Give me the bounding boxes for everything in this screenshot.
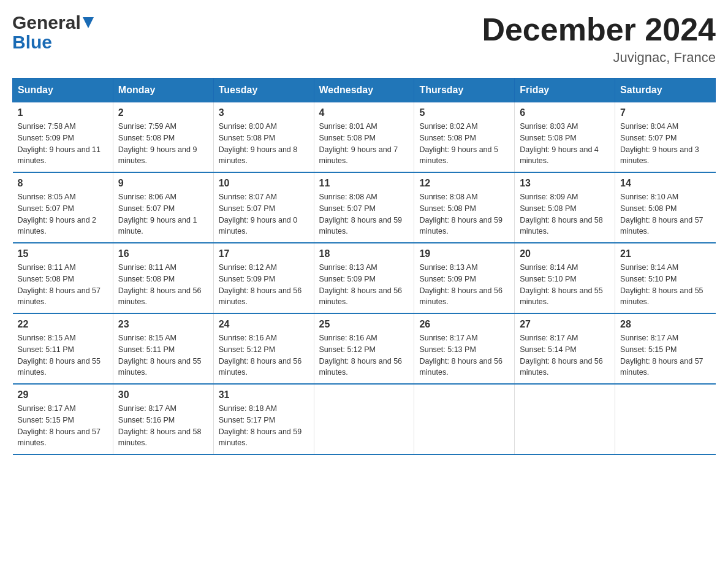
location-text: Juvignac, France	[482, 50, 716, 66]
day-number: 1	[18, 107, 108, 118]
calendar-week-row: 22Sunrise: 8:15 AMSunset: 5:11 PMDayligh…	[13, 313, 716, 384]
day-info: Sunrise: 8:12 AMSunset: 5:09 PMDaylight:…	[219, 262, 309, 308]
calendar-cell: 26Sunrise: 8:17 AMSunset: 5:13 PMDayligh…	[414, 313, 515, 384]
day-info: Sunrise: 8:10 AMSunset: 5:08 PMDaylight:…	[620, 191, 710, 237]
calendar-cell: 5Sunrise: 8:02 AMSunset: 5:08 PMDaylight…	[414, 102, 515, 173]
calendar-cell: 2Sunrise: 7:59 AMSunset: 5:08 PMDaylight…	[113, 102, 213, 173]
calendar-cell: 24Sunrise: 8:16 AMSunset: 5:12 PMDayligh…	[213, 313, 314, 384]
day-info: Sunrise: 8:00 AMSunset: 5:08 PMDaylight:…	[219, 121, 309, 167]
calendar-cell: 8Sunrise: 8:05 AMSunset: 5:07 PMDaylight…	[13, 172, 113, 243]
calendar-header-wednesday: Wednesday	[314, 79, 414, 102]
day-info: Sunrise: 8:13 AMSunset: 5:09 PMDaylight:…	[419, 262, 509, 308]
calendar-cell	[414, 384, 515, 454]
day-number: 6	[520, 107, 610, 118]
day-number: 26	[419, 319, 509, 330]
day-number: 29	[18, 389, 108, 400]
calendar-cell: 1Sunrise: 7:58 AMSunset: 5:09 PMDaylight…	[13, 102, 113, 173]
day-number: 24	[219, 319, 309, 330]
calendar-header-row: SundayMondayTuesdayWednesdayThursdayFrid…	[13, 79, 716, 102]
calendar-cell: 28Sunrise: 8:17 AMSunset: 5:15 PMDayligh…	[615, 313, 716, 384]
day-info: Sunrise: 8:04 AMSunset: 5:07 PMDaylight:…	[620, 121, 710, 167]
calendar-cell: 12Sunrise: 8:08 AMSunset: 5:08 PMDayligh…	[414, 172, 515, 243]
day-info: Sunrise: 8:07 AMSunset: 5:07 PMDaylight:…	[219, 191, 309, 237]
calendar-cell: 6Sunrise: 8:03 AMSunset: 5:08 PMDaylight…	[515, 102, 615, 173]
day-info: Sunrise: 8:03 AMSunset: 5:08 PMDaylight:…	[520, 121, 610, 167]
title-area: December 2024 Juvignac, France	[482, 12, 716, 66]
day-info: Sunrise: 8:08 AMSunset: 5:07 PMDaylight:…	[319, 191, 409, 237]
day-info: Sunrise: 8:11 AMSunset: 5:08 PMDaylight:…	[18, 262, 108, 308]
day-info: Sunrise: 8:17 AMSunset: 5:15 PMDaylight:…	[620, 332, 710, 378]
day-info: Sunrise: 8:14 AMSunset: 5:10 PMDaylight:…	[520, 262, 610, 308]
day-number: 13	[520, 178, 610, 189]
calendar-header-thursday: Thursday	[414, 79, 515, 102]
day-number: 17	[219, 248, 309, 259]
day-number: 12	[419, 178, 509, 189]
day-number: 15	[18, 248, 108, 259]
calendar-week-row: 8Sunrise: 8:05 AMSunset: 5:07 PMDaylight…	[13, 172, 716, 243]
day-number: 11	[319, 178, 409, 189]
calendar-header-monday: Monday	[113, 79, 213, 102]
calendar-header-friday: Friday	[515, 79, 615, 102]
day-number: 19	[419, 248, 509, 259]
day-number: 20	[520, 248, 610, 259]
logo-blue-text: Blue	[12, 33, 94, 52]
logo: General Blue	[12, 12, 94, 52]
calendar-cell: 16Sunrise: 8:11 AMSunset: 5:08 PMDayligh…	[113, 243, 213, 313]
day-number: 22	[18, 319, 108, 330]
calendar-table: SundayMondayTuesdayWednesdayThursdayFrid…	[12, 78, 716, 455]
day-number: 2	[118, 107, 208, 118]
calendar-cell: 31Sunrise: 8:18 AMSunset: 5:17 PMDayligh…	[213, 384, 314, 454]
day-number: 9	[118, 178, 208, 189]
calendar-header-saturday: Saturday	[615, 79, 716, 102]
day-info: Sunrise: 8:01 AMSunset: 5:08 PMDaylight:…	[319, 121, 409, 167]
day-number: 23	[118, 319, 208, 330]
day-number: 16	[118, 248, 208, 259]
day-info: Sunrise: 8:14 AMSunset: 5:10 PMDaylight:…	[620, 262, 710, 308]
day-info: Sunrise: 8:09 AMSunset: 5:08 PMDaylight:…	[520, 191, 610, 237]
day-info: Sunrise: 7:59 AMSunset: 5:08 PMDaylight:…	[118, 121, 208, 167]
day-number: 8	[18, 178, 108, 189]
day-number: 21	[620, 248, 710, 259]
day-number: 14	[620, 178, 710, 189]
calendar-cell: 19Sunrise: 8:13 AMSunset: 5:09 PMDayligh…	[414, 243, 515, 313]
calendar-cell: 17Sunrise: 8:12 AMSunset: 5:09 PMDayligh…	[213, 243, 314, 313]
calendar-cell: 14Sunrise: 8:10 AMSunset: 5:08 PMDayligh…	[615, 172, 716, 243]
calendar-cell	[615, 384, 716, 454]
day-number: 30	[118, 389, 208, 400]
calendar-cell: 20Sunrise: 8:14 AMSunset: 5:10 PMDayligh…	[515, 243, 615, 313]
calendar-cell: 7Sunrise: 8:04 AMSunset: 5:07 PMDaylight…	[615, 102, 716, 173]
day-info: Sunrise: 8:17 AMSunset: 5:14 PMDaylight:…	[520, 332, 610, 378]
day-info: Sunrise: 8:17 AMSunset: 5:13 PMDaylight:…	[419, 332, 509, 378]
calendar-cell	[314, 384, 414, 454]
day-info: Sunrise: 8:13 AMSunset: 5:09 PMDaylight:…	[319, 262, 409, 308]
calendar-cell: 13Sunrise: 8:09 AMSunset: 5:08 PMDayligh…	[515, 172, 615, 243]
day-info: Sunrise: 8:18 AMSunset: 5:17 PMDaylight:…	[219, 403, 309, 449]
day-info: Sunrise: 8:08 AMSunset: 5:08 PMDaylight:…	[419, 191, 509, 237]
calendar-header-sunday: Sunday	[13, 79, 113, 102]
day-number: 4	[319, 107, 409, 118]
day-number: 25	[319, 319, 409, 330]
logo-triangle-icon	[83, 17, 94, 31]
day-number: 7	[620, 107, 710, 118]
day-number: 18	[319, 248, 409, 259]
month-title: December 2024	[482, 12, 716, 47]
calendar-cell: 18Sunrise: 8:13 AMSunset: 5:09 PMDayligh…	[314, 243, 414, 313]
day-info: Sunrise: 7:58 AMSunset: 5:09 PMDaylight:…	[18, 121, 108, 167]
calendar-cell: 23Sunrise: 8:15 AMSunset: 5:11 PMDayligh…	[113, 313, 213, 384]
calendar-cell: 11Sunrise: 8:08 AMSunset: 5:07 PMDayligh…	[314, 172, 414, 243]
calendar-cell	[515, 384, 615, 454]
calendar-cell: 21Sunrise: 8:14 AMSunset: 5:10 PMDayligh…	[615, 243, 716, 313]
day-info: Sunrise: 8:15 AMSunset: 5:11 PMDaylight:…	[118, 332, 208, 378]
calendar-cell: 29Sunrise: 8:17 AMSunset: 5:15 PMDayligh…	[13, 384, 113, 454]
logo-general-text: General	[12, 12, 81, 33]
day-info: Sunrise: 8:17 AMSunset: 5:15 PMDaylight:…	[18, 403, 108, 449]
day-number: 31	[219, 389, 309, 400]
calendar-week-row: 1Sunrise: 7:58 AMSunset: 5:09 PMDaylight…	[13, 102, 716, 173]
calendar-week-row: 29Sunrise: 8:17 AMSunset: 5:15 PMDayligh…	[13, 384, 716, 454]
day-number: 27	[520, 319, 610, 330]
day-info: Sunrise: 8:02 AMSunset: 5:08 PMDaylight:…	[419, 121, 509, 167]
day-number: 3	[219, 107, 309, 118]
day-info: Sunrise: 8:06 AMSunset: 5:07 PMDaylight:…	[118, 191, 208, 237]
calendar-cell: 27Sunrise: 8:17 AMSunset: 5:14 PMDayligh…	[515, 313, 615, 384]
calendar-week-row: 15Sunrise: 8:11 AMSunset: 5:08 PMDayligh…	[13, 243, 716, 313]
